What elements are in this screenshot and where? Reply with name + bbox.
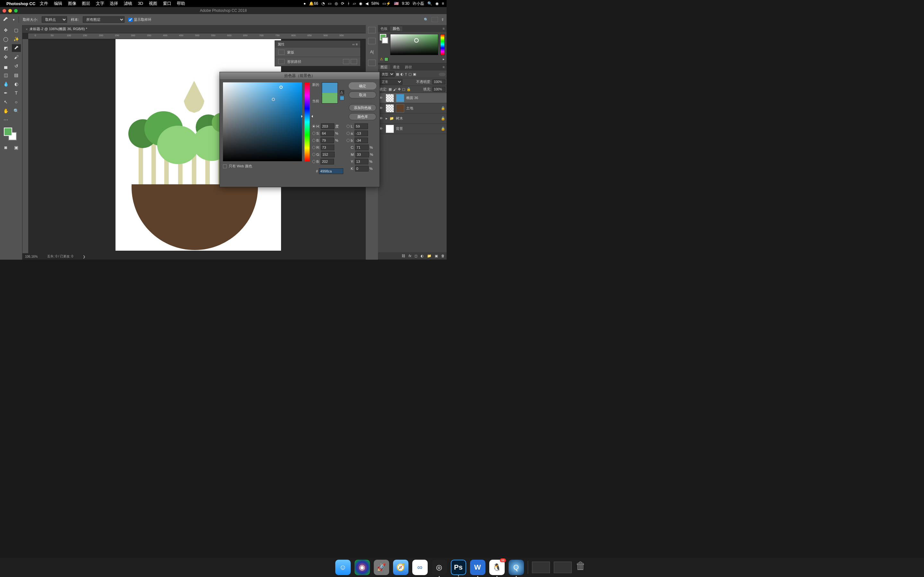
cc-icon[interactable]: ◎ — [334, 1, 338, 6]
color-field[interactable] — [390, 34, 438, 55]
fill-input[interactable] — [433, 87, 445, 92]
path-op-icon[interactable] — [351, 59, 357, 64]
c-input[interactable] — [355, 145, 368, 150]
tab-channels[interactable]: 通道 — [390, 65, 402, 69]
s-input[interactable] — [320, 131, 334, 136]
move-tool[interactable]: ✥ — [1, 26, 10, 34]
lb-radio[interactable] — [347, 139, 350, 142]
menu-select[interactable]: 选择 — [110, 1, 118, 6]
app-name[interactable]: Photoshop CC — [6, 1, 35, 6]
ok-button[interactable]: 确定 — [349, 82, 376, 89]
r-input[interactable] — [321, 145, 334, 150]
dropdown-icon[interactable]: ▾ — [13, 18, 15, 22]
control-center-icon[interactable]: ≡ — [442, 1, 444, 6]
show-ring-checkbox[interactable] — [128, 18, 132, 22]
menu-window[interactable]: 窗口 — [163, 1, 171, 6]
hue-cursor[interactable] — [303, 116, 311, 117]
lb-input[interactable] — [355, 137, 368, 143]
sample-select[interactable]: 所有图层 — [83, 16, 124, 23]
lock-artboard-icon[interactable]: ▢ — [402, 87, 405, 91]
brush-tool[interactable]: 🖌 — [12, 53, 21, 61]
mask-thumbnail[interactable] — [396, 94, 404, 102]
saturation-value-field[interactable] — [223, 82, 302, 161]
menu-type[interactable]: 文字 — [96, 1, 104, 6]
tab-color[interactable]: 颜色 — [390, 26, 402, 31]
mask-thumbnail[interactable] — [396, 104, 404, 113]
webonly-checkbox[interactable] — [223, 164, 227, 168]
a-radio[interactable] — [347, 132, 350, 135]
filter-adjust-icon[interactable]: ◐ — [401, 72, 404, 76]
record-icon[interactable]: ◔ — [321, 1, 325, 6]
menu-filter[interactable]: 滤镜 — [124, 1, 132, 6]
input-flag-icon[interactable]: 🇺🇸 — [394, 1, 399, 6]
l-radio[interactable] — [347, 125, 350, 128]
hand-tool[interactable]: ✋ — [1, 107, 10, 115]
siri-icon[interactable]: ◉ — [435, 1, 439, 6]
layer-row[interactable]: 👁 ▸ 📁 树木 🔒 — [378, 113, 447, 124]
lock-pos-icon[interactable]: ✥ — [398, 87, 401, 91]
notification-icon[interactable]: 🔔66 — [309, 1, 318, 6]
eraser-tool[interactable]: ◫ — [1, 71, 10, 79]
mask-type-icon[interactable] — [278, 50, 284, 55]
color-hue-strip[interactable] — [440, 34, 445, 55]
color-cursor[interactable] — [279, 85, 283, 89]
visibility-icon[interactable]: 👁 — [379, 127, 384, 131]
eyedropper-tool[interactable] — [12, 44, 21, 52]
l-input[interactable] — [355, 123, 368, 129]
layer-thumbnail[interactable] — [386, 125, 394, 133]
group-toggle-icon[interactable]: ▸ — [386, 116, 388, 121]
trash-icon[interactable]: 🗑 — [441, 254, 445, 258]
layer-row[interactable]: 👁 椭圆 36 — [378, 93, 447, 103]
history-brush-tool[interactable]: ↺ — [12, 62, 21, 70]
g-input[interactable] — [321, 152, 334, 157]
bluetooth-icon[interactable]: ᚼ — [347, 1, 350, 6]
vertical-ruler[interactable] — [23, 39, 28, 253]
link-icon[interactable]: ⛓ — [402, 254, 405, 258]
color-swatches[interactable] — [1, 127, 21, 142]
display-icon[interactable]: ▭ — [328, 1, 331, 6]
hue-slider[interactable] — [304, 82, 310, 161]
crop-tool[interactable]: ◩ — [1, 44, 10, 52]
mask-icon[interactable]: ◻ — [415, 254, 417, 258]
share-icon[interactable]: ⇪ — [441, 18, 444, 22]
zoom-level[interactable]: 106.16% — [25, 255, 37, 258]
b-input[interactable] — [320, 137, 334, 143]
screenmode-tool[interactable]: ▣ — [12, 143, 21, 151]
properties-title[interactable]: 属性 — [278, 42, 284, 47]
wifi-icon[interactable]: ◉ — [359, 1, 362, 6]
filter-shape-icon[interactable]: ▢ — [409, 72, 412, 76]
sync-icon[interactable]: ⟳ — [341, 1, 344, 6]
s-radio[interactable] — [312, 132, 315, 135]
lock-pixels-icon[interactable]: ▦ — [389, 87, 392, 91]
workspace-icon[interactable] — [431, 17, 438, 22]
lasso-tool[interactable]: ◯ — [1, 35, 10, 43]
marquee-tool[interactable]: ▢ — [12, 26, 21, 34]
filter-toggle[interactable] — [439, 73, 445, 76]
heal-tool[interactable]: ✜ — [1, 53, 10, 61]
visibility-icon[interactable]: 👁 — [379, 106, 384, 111]
dock-para-icon[interactable] — [368, 60, 376, 66]
b-radio[interactable] — [312, 139, 315, 142]
blur-tool[interactable]: 💧 — [1, 80, 10, 88]
warning-icon[interactable]: ⚠ — [380, 57, 383, 61]
stamp-tool[interactable]: ▄ — [1, 62, 10, 70]
menu-file[interactable]: 文件 — [40, 1, 48, 6]
shape-tool[interactable]: ○ — [12, 98, 21, 106]
fx-icon[interactable]: fx — [409, 254, 411, 258]
gamut-warn-icon[interactable]: ⚠ — [340, 90, 344, 95]
h-radio[interactable] — [312, 125, 315, 128]
quickmask-tool[interactable]: ◙ — [1, 143, 10, 151]
menu-view[interactable]: 视图 — [149, 1, 157, 6]
filter-image-icon[interactable]: ▦ — [396, 72, 399, 76]
color-lib-button[interactable]: 颜色库 — [349, 113, 376, 120]
layer-filter-select[interactable]: 类型 — [379, 71, 395, 77]
layer-name[interactable]: 树木 — [396, 116, 439, 121]
opacity-input[interactable] — [433, 79, 445, 84]
cancel-button[interactable]: 取消 — [349, 91, 376, 98]
dock-char-icon[interactable]: A| — [368, 49, 376, 55]
visibility-icon[interactable]: 👁 — [379, 96, 384, 100]
edit-toolbar[interactable]: ⋯ — [1, 116, 10, 124]
menu-edit[interactable]: 编辑 — [54, 1, 62, 6]
group-icon[interactable]: 📁 — [427, 254, 431, 258]
blend-mode-select[interactable]: 正常 — [379, 79, 402, 85]
